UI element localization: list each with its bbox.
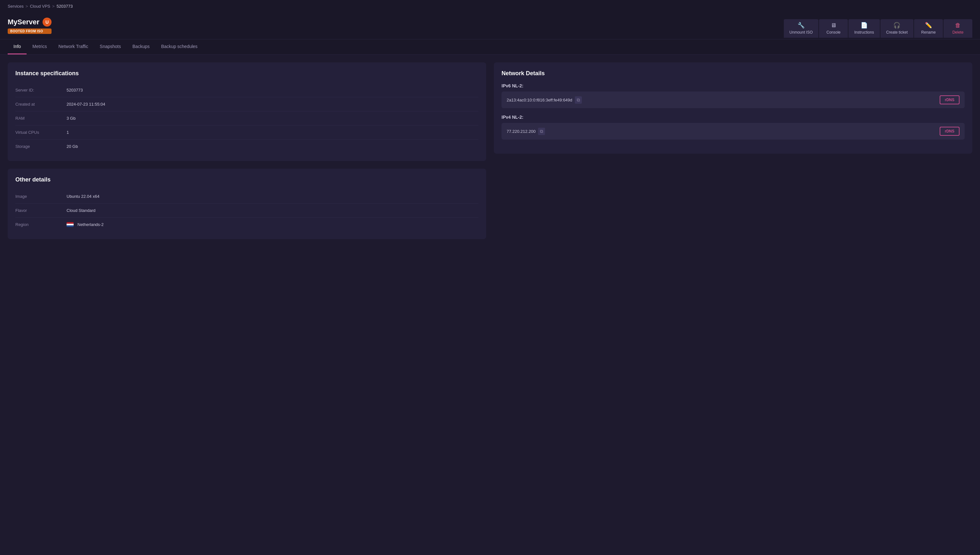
ipv4-label: IPv4 NL-2:: [502, 115, 965, 120]
spec-value-flavor: Cloud Standard: [67, 208, 95, 213]
spec-label-flavor: Flavor: [15, 208, 67, 213]
create-ticket-button[interactable]: 🎧 Create ticket: [881, 19, 913, 38]
spec-row-created-at: Created at 2024-07-23 11:55:04: [15, 97, 478, 111]
breadcrumb-server-id: 5203773: [57, 4, 73, 9]
create-ticket-label: Create ticket: [886, 30, 908, 35]
spec-label-vcpus: Virtual CPUs: [15, 130, 67, 135]
svg-rect-2: [67, 225, 74, 227]
rename-icon: ✏️: [925, 22, 932, 28]
breadcrumb-sep1: >: [26, 4, 28, 9]
create-ticket-icon: 🎧: [893, 22, 900, 28]
tab-metrics[interactable]: Metrics: [27, 39, 53, 55]
ipv6-rdns-button[interactable]: rDNS: [940, 95, 959, 104]
ipv6-value-container: 2a13:4ac0:10:0:f816:3eff:fe49:649d ⧉: [507, 96, 582, 104]
rename-button[interactable]: ✏️ Rename: [914, 19, 943, 38]
instance-specs-title: Instance specifications: [15, 70, 478, 77]
delete-label: Delete: [953, 30, 964, 35]
breadcrumb: Services > Cloud VPS > 5203773: [0, 0, 980, 13]
spec-value-server-id: 5203773: [67, 88, 83, 93]
spec-row-flavor: Flavor Cloud Standard: [15, 204, 478, 218]
spec-value-image: Ubuntu 22.04 x64: [67, 194, 99, 199]
console-label: Console: [826, 30, 840, 35]
delete-button[interactable]: 🗑 Delete: [943, 19, 972, 38]
main-content: Instance specifications Server ID: 52037…: [0, 55, 980, 247]
breadcrumb-cloudvps[interactable]: Cloud VPS: [30, 4, 50, 9]
spec-row-vcpus: Virtual CPUs 1: [15, 125, 478, 140]
instructions-button[interactable]: 📄 Instructions: [848, 19, 879, 38]
delete-icon: 🗑: [955, 22, 961, 28]
netherlands-flag-icon: [67, 222, 75, 227]
tab-backup-schedules[interactable]: Backup schedules: [155, 39, 203, 55]
console-button[interactable]: 🖥 Console: [819, 19, 848, 38]
network-details-card: Network Details IPv6 NL-2: 2a13:4ac0:10:…: [494, 63, 972, 154]
instructions-label: Instructions: [854, 30, 874, 35]
toolbar: 🔧 Unmount ISO 🖥 Console 📄 Instructions 🎧…: [784, 19, 972, 38]
spec-label-ram: RAM: [15, 116, 67, 121]
server-info: MyServer U BOOTED FROM ISO: [8, 18, 51, 39]
ipv6-copy-button[interactable]: ⧉: [575, 96, 582, 104]
ipv4-address: 77.220.212.200: [507, 129, 536, 134]
svg-rect-0: [67, 222, 74, 224]
ipv4-value-container: 77.220.212.200 ⧉: [507, 128, 545, 135]
console-icon: 🖥: [831, 22, 836, 28]
ipv4-section: IPv4 NL-2: 77.220.212.200 ⧉ rDNS: [502, 115, 965, 140]
network-details-title: Network Details: [502, 70, 965, 77]
spec-row-server-id: Server ID: 5203773: [15, 83, 478, 97]
page-header: MyServer U BOOTED FROM ISO 🔧 Unmount ISO…: [0, 13, 980, 39]
spec-label-region: Region: [15, 222, 67, 227]
spec-value-region: Netherlands-2: [67, 222, 104, 227]
other-details-card: Other details Image Ubuntu 22.04 x64 Fla…: [8, 169, 486, 239]
ipv4-row: 77.220.212.200 ⧉ rDNS: [502, 123, 965, 140]
right-column: Network Details IPv6 NL-2: 2a13:4ac0:10:…: [494, 63, 972, 239]
spec-label-created-at: Created at: [15, 102, 67, 107]
tab-info[interactable]: Info: [8, 39, 27, 55]
tab-network-traffic[interactable]: Network Traffic: [53, 39, 94, 55]
ubuntu-icon: U: [43, 18, 51, 27]
booted-badge: BOOTED FROM ISO: [8, 29, 51, 34]
rename-label: Rename: [921, 30, 935, 35]
spec-value-created-at: 2024-07-23 11:55:04: [67, 102, 105, 107]
ipv6-row: 2a13:4ac0:10:0:f816:3eff:fe49:649d ⧉ rDN…: [502, 91, 965, 108]
region-name: Netherlands-2: [77, 222, 104, 227]
spec-row-region: Region Netherlands-2: [15, 218, 478, 231]
instance-specs-card: Instance specifications Server ID: 52037…: [8, 63, 486, 161]
spec-label-server-id: Server ID:: [15, 88, 67, 93]
instructions-icon: 📄: [861, 22, 868, 28]
breadcrumb-services[interactable]: Services: [8, 4, 24, 9]
spec-label-storage: Storage: [15, 144, 67, 149]
tabs-bar: Info Metrics Network Traffic Snapshots B…: [0, 39, 980, 55]
spec-label-image: Image: [15, 194, 67, 199]
breadcrumb-sep2: >: [52, 4, 55, 9]
server-name: MyServer: [8, 18, 39, 26]
spec-value-storage: 20 Gb: [67, 144, 78, 149]
ipv4-rdns-button[interactable]: rDNS: [940, 127, 959, 136]
spec-value-vcpus: 1: [67, 130, 69, 135]
svg-rect-1: [67, 224, 74, 225]
copy-icon-ipv4: ⧉: [540, 129, 543, 134]
unmount-iso-icon: 🔧: [797, 22, 805, 28]
spec-value-ram: 3 Gb: [67, 116, 75, 121]
spec-row-image: Image Ubuntu 22.04 x64: [15, 189, 478, 204]
ipv6-address: 2a13:4ac0:10:0:f816:3eff:fe49:649d: [507, 98, 572, 103]
unmount-iso-button[interactable]: 🔧 Unmount ISO: [784, 19, 819, 38]
tab-backups[interactable]: Backups: [127, 39, 156, 55]
ipv4-copy-button[interactable]: ⧉: [538, 128, 545, 135]
ipv6-section: IPv6 NL-2: 2a13:4ac0:10:0:f816:3eff:fe49…: [502, 83, 965, 108]
ipv6-label: IPv6 NL-2:: [502, 83, 965, 88]
copy-icon: ⧉: [577, 97, 580, 103]
other-details-title: Other details: [15, 176, 478, 183]
tab-snapshots[interactable]: Snapshots: [94, 39, 127, 55]
spec-row-ram: RAM 3 Gb: [15, 111, 478, 125]
spec-row-storage: Storage 20 Gb: [15, 140, 478, 153]
unmount-iso-label: Unmount ISO: [789, 30, 813, 35]
